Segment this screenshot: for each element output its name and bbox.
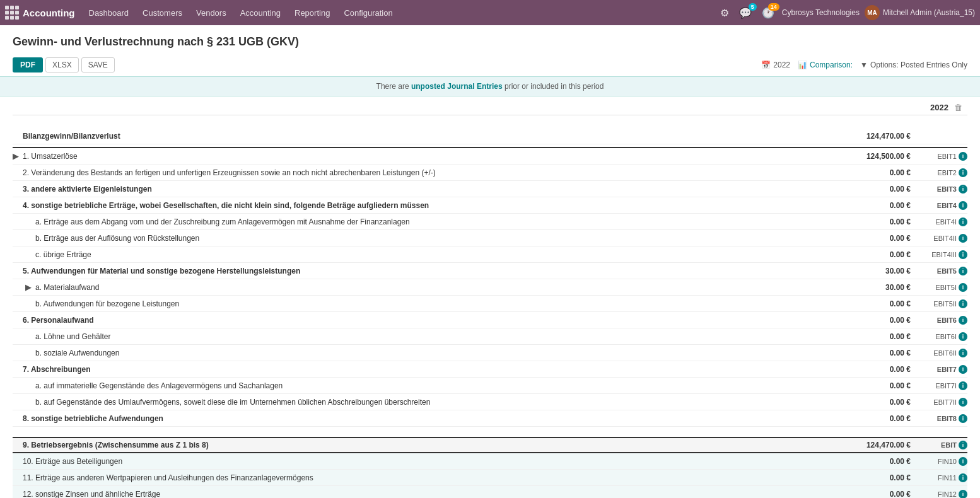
activity-icon[interactable]: 🕐 14 bbox=[759, 4, 777, 21]
amount-veranderung: 0.00 € bbox=[822, 168, 911, 177]
info-icon-ebit8[interactable]: i bbox=[959, 414, 967, 423]
row-ebit7ii: b. auf Gegenstände des Umlaufvermögens, … bbox=[13, 394, 967, 410]
nav-accounting[interactable]: Accounting bbox=[234, 4, 287, 21]
code-betriebsergebnis: EBIT i bbox=[911, 441, 967, 449]
info-icon-ebit2[interactable]: i bbox=[959, 168, 967, 177]
amount-ebit6: 0.00 € bbox=[822, 316, 911, 325]
report-toolbar: PDF XLSX SAVE 📅 2022 📊 Comparison: ▼ Opt… bbox=[0, 54, 980, 76]
row-betriebsergebnis: 9. Betriebsergebnis (Zwischensumme aus Z… bbox=[13, 437, 967, 453]
info-icon-ebit6i[interactable]: i bbox=[959, 332, 967, 341]
amount-fin11: 0.00 € bbox=[822, 473, 911, 482]
company-name: Cybrosys Technologies bbox=[782, 8, 860, 17]
info-icon-ebit4ii[interactable]: i bbox=[959, 234, 967, 243]
info-icon-ebit7ii[interactable]: i bbox=[959, 398, 967, 407]
delete-column-icon[interactable]: 🗑 bbox=[948, 103, 967, 112]
label-fin10: 10. Erträge aus Beteiligungen bbox=[23, 457, 822, 466]
info-icon-ebit7i[interactable]: i bbox=[959, 381, 967, 390]
label-ebit4iii: c. übrige Erträge bbox=[35, 250, 822, 259]
row-ebit7: 7. Abschreibungen 0.00 € EBIT7 i bbox=[13, 361, 967, 378]
info-icon-ebit6ii[interactable]: i bbox=[959, 349, 967, 357]
messages-badge: 5 bbox=[749, 3, 757, 11]
row-ebit6: 6. Personalaufwand 0.00 € EBIT6 i bbox=[13, 312, 967, 328]
code-ebit4i: EBIT4I i bbox=[911, 217, 967, 226]
info-icon-ebit5i[interactable]: i bbox=[959, 283, 967, 292]
date-filter[interactable]: 📅 2022 bbox=[761, 61, 790, 69]
messages-icon[interactable]: 💬 5 bbox=[737, 4, 754, 21]
nav-menu: Dashboard Customers Vendors Accounting R… bbox=[83, 4, 715, 21]
page-title: Gewinn- und Verlustrechnung nach § 231 U… bbox=[13, 35, 967, 49]
info-icon-ebit[interactable]: i bbox=[959, 441, 967, 449]
settings-icon[interactable]: ⚙ bbox=[718, 4, 732, 21]
expand-umsatzerlose[interactable]: ▶ bbox=[13, 151, 23, 161]
amount-ebit5: 30.00 € bbox=[822, 267, 911, 275]
code-ebit7ii: EBIT7II i bbox=[911, 398, 967, 407]
row-eigenleistungen: 3. andere aktivierte Eigenleistungen 0.0… bbox=[13, 181, 967, 197]
info-icon-ebit6[interactable]: i bbox=[959, 316, 967, 325]
nav-reporting[interactable]: Reporting bbox=[288, 4, 336, 21]
banner-text-before: There are bbox=[376, 82, 411, 91]
nav-right-actions: ⚙ 💬 5 🕐 14 Cybrosys Technologies MA Mitc… bbox=[718, 4, 975, 21]
app-logo[interactable]: Accounting bbox=[5, 6, 75, 20]
activity-badge: 14 bbox=[768, 3, 779, 11]
page-header: Gewinn- und Verlustrechnung nach § 231 U… bbox=[0, 25, 980, 54]
bilanzgewinn-row: Bilanzgewinn/Bilanzverlust 124,470.00 € bbox=[13, 128, 967, 144]
info-icon-ebit4iii[interactable]: i bbox=[959, 250, 967, 259]
row-ebit6i: a. Löhne und Gehälter 0.00 € EBIT6I i bbox=[13, 328, 967, 345]
code-ebit5i: EBIT5I i bbox=[911, 283, 967, 292]
row-ebit4ii: b. Erträge aus der Auflösung von Rückste… bbox=[13, 230, 967, 246]
amount-ebit5ii: 0.00 € bbox=[822, 299, 911, 308]
info-icon-fin11[interactable]: i bbox=[959, 473, 967, 482]
row-veranderung: 2. Veränderung des Bestands an fertigen … bbox=[13, 165, 967, 181]
chart-icon: 📊 bbox=[798, 61, 807, 69]
nav-customers[interactable]: Customers bbox=[136, 4, 189, 21]
app-name: Accounting bbox=[23, 8, 75, 18]
code-ebit5ii: EBIT5II i bbox=[911, 299, 967, 308]
label-ebit5: 5. Aufwendungen für Material und sonstig… bbox=[23, 267, 822, 275]
code-sonstige-ertrage: EBIT4 i bbox=[911, 201, 967, 210]
amount-sonstige-ertrage: 0.00 € bbox=[822, 201, 911, 210]
info-icon-ebit3[interactable]: i bbox=[959, 185, 967, 194]
row-fin12: 12. sonstige Zinsen und ähnliche Erträge… bbox=[13, 486, 967, 498]
info-icon-fin12[interactable]: i bbox=[959, 490, 967, 499]
user-menu[interactable]: MA Mitchell Admin (Austria_15) bbox=[865, 5, 975, 20]
row-ebit5ii: b. Aufwendungen für bezogene Leistungen … bbox=[13, 296, 967, 312]
label-ebit7: 7. Abschreibungen bbox=[23, 365, 822, 374]
year-column-header: 2022 bbox=[860, 103, 948, 112]
info-icon-ebit4[interactable]: i bbox=[959, 201, 967, 210]
info-icon-ebit7[interactable]: i bbox=[959, 365, 967, 374]
unposted-entries-link[interactable]: unposted Journal Entries bbox=[411, 82, 503, 91]
user-name: Mitchell Admin (Austria_15) bbox=[883, 8, 975, 17]
info-icon-ebit4i[interactable]: i bbox=[959, 217, 967, 226]
info-icon-ebit1[interactable]: i bbox=[959, 152, 967, 161]
comparison-filter[interactable]: 📊 Comparison: bbox=[798, 61, 853, 69]
nav-configuration[interactable]: Configuration bbox=[337, 4, 399, 21]
amount-ebit8: 0.00 € bbox=[822, 414, 911, 423]
info-icon-ebit5[interactable]: i bbox=[959, 267, 967, 275]
pdf-button[interactable]: PDF bbox=[13, 57, 43, 72]
amount-ebit4ii: 0.00 € bbox=[822, 234, 911, 243]
code-ebit7: EBIT7 i bbox=[911, 365, 967, 374]
label-veranderung: 2. Veränderung des Bestands an fertigen … bbox=[23, 168, 822, 177]
save-button[interactable]: SAVE bbox=[81, 57, 115, 72]
options-filter[interactable]: ▼ Options: Posted Entries Only bbox=[860, 61, 967, 69]
amount-ebit4i: 0.00 € bbox=[822, 217, 911, 226]
row-ebit5: 5. Aufwendungen für Material und sonstig… bbox=[13, 263, 967, 279]
nav-dashboard[interactable]: Dashboard bbox=[83, 4, 136, 21]
label-ebit7i: a. auf immaterielle Gegenstände des Anla… bbox=[35, 381, 822, 390]
label-ebit5i: a. Materialaufwand bbox=[35, 283, 822, 292]
amount-ebit5i: 30.00 € bbox=[822, 283, 911, 292]
code-ebit6ii: EBIT6II i bbox=[911, 349, 967, 357]
amount-ebit4iii: 0.00 € bbox=[822, 250, 911, 259]
amount-eigenleistungen: 0.00 € bbox=[822, 185, 911, 194]
expand-ebit5i[interactable]: ▶ bbox=[25, 282, 35, 292]
banner-text-after: prior or included in this period bbox=[503, 82, 604, 91]
row-ebit7i: a. auf immaterielle Gegenstände des Anla… bbox=[13, 378, 967, 394]
xlsx-button[interactable]: XLSX bbox=[45, 57, 79, 72]
toolbar-filters: 📅 2022 📊 Comparison: ▼ Options: Posted E… bbox=[761, 61, 967, 69]
info-icon-fin10[interactable]: i bbox=[959, 457, 967, 466]
nav-vendors[interactable]: Vendors bbox=[190, 4, 233, 21]
row-ebit4iii: c. übrige Erträge 0.00 € EBIT4III i bbox=[13, 246, 967, 263]
code-ebit5: EBIT5 i bbox=[911, 267, 967, 275]
label-ebit5ii: b. Aufwendungen für bezogene Leistungen bbox=[35, 299, 822, 308]
info-icon-ebit5ii[interactable]: i bbox=[959, 299, 967, 308]
